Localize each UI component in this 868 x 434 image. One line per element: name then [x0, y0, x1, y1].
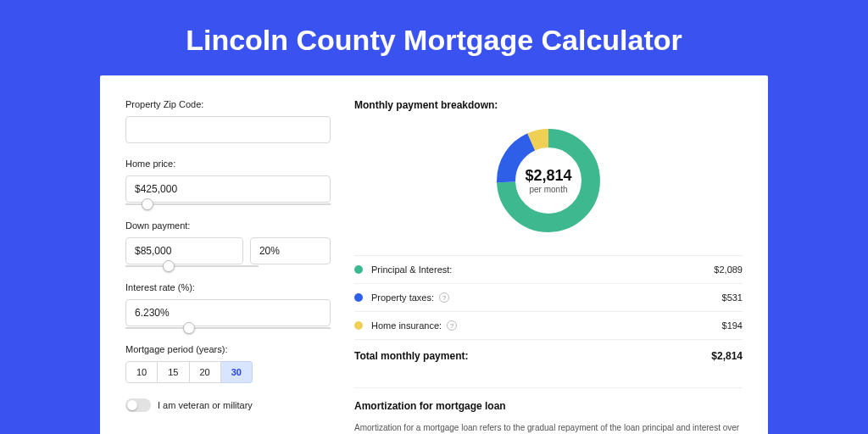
interest-slider[interactable]: [125, 327, 331, 329]
legend-label: Property taxes:: [371, 292, 434, 303]
form-panel: Property Zip Code: Home price: Down paym…: [125, 99, 331, 434]
legend-principal: Principal & Interest: $2,089: [354, 255, 743, 283]
field-down-payment: Down payment:: [125, 220, 331, 267]
dot-icon: [354, 265, 363, 274]
total-value: $2,814: [711, 350, 743, 362]
period-10-button[interactable]: 10: [125, 361, 158, 383]
down-payment-label: Down payment:: [125, 220, 331, 231]
home-price-label: Home price:: [125, 159, 331, 169]
legend-value: $2,089: [714, 264, 743, 275]
slider-thumb[interactable]: [183, 322, 195, 334]
dot-icon: [354, 321, 363, 330]
slider-thumb[interactable]: [142, 198, 153, 210]
info-icon[interactable]: ?: [447, 320, 457, 331]
legend-value: $194: [722, 320, 743, 331]
down-payment-input[interactable]: [125, 237, 243, 264]
slider-thumb[interactable]: [163, 260, 175, 272]
legend-taxes: Property taxes: ? $531: [354, 283, 743, 311]
legend-label: Principal & Interest:: [371, 264, 714, 275]
home-price-input[interactable]: [125, 175, 331, 203]
field-interest: Interest rate (%):: [125, 282, 331, 329]
veteran-label: I am veteran or military: [158, 400, 253, 410]
legend-insurance: Home insurance: ? $194: [354, 311, 743, 339]
donut-amount: $2,814: [525, 167, 571, 185]
amortization-section: Amortization for mortgage loan Amortizat…: [354, 387, 743, 434]
interest-label: Interest rate (%):: [125, 282, 331, 292]
legend-total: Total monthly payment: $2,814: [354, 339, 743, 372]
field-zip: Property Zip Code:: [125, 99, 331, 143]
period-20-button[interactable]: 20: [190, 361, 221, 383]
total-label: Total monthly payment:: [354, 350, 711, 362]
calculator-card: Property Zip Code: Home price: Down paym…: [100, 75, 768, 434]
field-period: Mortgage period (years): 10 15 20 30: [125, 344, 331, 383]
zip-label: Property Zip Code:: [125, 99, 331, 109]
period-30-button[interactable]: 30: [221, 361, 253, 383]
breakdown-panel: Monthly payment breakdown: $2,814 per mo…: [354, 99, 743, 434]
period-group: 10 15 20 30: [125, 361, 331, 383]
legend-value: $531: [722, 292, 743, 303]
info-icon[interactable]: ?: [439, 292, 449, 303]
veteran-row: I am veteran or military: [125, 398, 331, 412]
period-15-button[interactable]: 15: [158, 361, 189, 383]
amort-title: Amortization for mortgage loan: [354, 400, 743, 412]
donut-chart: $2,814 per month: [492, 125, 604, 236]
amort-text: Amortization for a mortgage loan refers …: [354, 422, 743, 434]
down-payment-slider[interactable]: [125, 265, 259, 267]
dot-icon: [354, 293, 363, 302]
home-price-slider[interactable]: [125, 203, 331, 205]
breakdown-title: Monthly payment breakdown:: [354, 99, 743, 111]
interest-input[interactable]: [125, 299, 331, 326]
down-payment-pct-input[interactable]: [250, 237, 331, 264]
zip-input[interactable]: [125, 116, 331, 143]
veteran-toggle[interactable]: [125, 398, 151, 412]
donut-sub: per month: [529, 185, 567, 194]
legend-label: Home insurance:: [371, 320, 442, 331]
period-label: Mortgage period (years):: [125, 344, 331, 354]
field-home-price: Home price:: [125, 159, 331, 205]
page-title: Lincoln County Mortgage Calculator: [0, 0, 868, 75]
